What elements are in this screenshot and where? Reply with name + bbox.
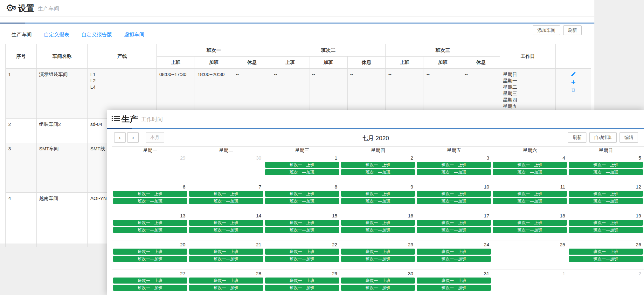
calendar-day-cell[interactable]: 17班次一—上班班次一—加班 (416, 212, 492, 241)
shift-event[interactable]: 班次一—加班 (113, 285, 187, 291)
shift-event[interactable]: 班次一—上班 (113, 191, 187, 197)
shift-event[interactable]: 班次一—加班 (417, 285, 491, 291)
calendar-day-cell[interactable]: 7班次一—上班班次一—加班 (188, 183, 264, 212)
calendar-day-cell[interactable]: 18班次一—上班班次一—加班 (492, 212, 568, 241)
shift-event[interactable]: 班次一—加班 (265, 256, 339, 262)
shift-event[interactable]: 班次一—加班 (189, 198, 263, 204)
shift-event[interactable]: 班次一—加班 (189, 227, 263, 233)
shift-event[interactable]: 班次一—上班 (493, 220, 567, 226)
shift-event[interactable]: 班次一—上班 (417, 191, 491, 197)
shift-event[interactable]: 班次一—上班 (569, 191, 643, 197)
calendar-day-cell[interactable]: 8班次一—上班班次一—加班 (264, 183, 340, 212)
shift-event[interactable]: 班次一—上班 (417, 249, 491, 255)
shift-event[interactable]: 班次一—上班 (265, 249, 339, 255)
shift-event[interactable]: 班次一—上班 (569, 220, 643, 226)
calendar-day-cell[interactable]: 12班次一—上班班次一—加班 (568, 183, 644, 212)
shift-event[interactable]: 班次一—加班 (417, 169, 491, 175)
shift-event[interactable]: 班次一—上班 (341, 220, 415, 226)
shift-event[interactable]: 班次一—上班 (417, 220, 491, 226)
shift-event[interactable]: 班次一—上班 (113, 220, 187, 226)
shift-event[interactable]: 班次一—加班 (341, 169, 415, 175)
calendar-day-cell[interactable]: 28班次一—上班班次一—加班 (188, 270, 264, 295)
shift-event[interactable]: 班次一—加班 (569, 169, 643, 175)
shift-event[interactable]: 班次一—上班 (189, 191, 263, 197)
calendar-day-cell[interactable]: 25 (492, 241, 568, 270)
shift-event[interactable]: 班次一—加班 (189, 285, 263, 291)
refresh-workshops-button[interactable]: 刷新 (563, 25, 582, 35)
tab-production-workshop[interactable]: 生产车间 (11, 31, 32, 38)
shift-event[interactable]: 班次一—上班 (113, 249, 187, 255)
calendar-day-cell[interactable]: 15班次一—上班班次一—加班 (264, 212, 340, 241)
calendar-day-cell[interactable]: 11班次一—上班班次一—加班 (492, 183, 568, 212)
calendar-day-cell[interactable]: 27班次一—上班班次一—加班 (112, 270, 188, 295)
shift-event[interactable]: 班次一—加班 (341, 256, 415, 262)
shift-event[interactable]: 班次一—加班 (341, 198, 415, 204)
calendar-day-cell[interactable]: 31班次一—上班班次一—加班 (416, 270, 492, 295)
delete-workshop-icon[interactable] (570, 87, 577, 93)
calendar-day-cell[interactable]: 2班次一—上班班次一—加班 (340, 154, 416, 183)
shift-event[interactable]: 班次一—加班 (493, 198, 567, 204)
shift-event[interactable]: 班次一—上班 (341, 191, 415, 197)
auto-schedule-button[interactable]: 自动排班 (589, 132, 617, 143)
shift-event[interactable]: 班次一—上班 (189, 249, 263, 255)
calendar-day-cell[interactable]: 9班次一—上班班次一—加班 (340, 183, 416, 212)
calendar-day-cell[interactable]: 29班次一—上班班次一—加班 (264, 270, 340, 295)
shift-event[interactable]: 班次一—加班 (341, 227, 415, 233)
calendar-day-cell[interactable]: 30班次一—上班班次一—加班 (340, 270, 416, 295)
shift-event[interactable]: 班次一—上班 (113, 278, 187, 284)
shift-event[interactable]: 班次一—上班 (341, 162, 415, 168)
shift-event[interactable]: 班次一—加班 (113, 256, 187, 262)
shift-event[interactable]: 班次一—加班 (417, 198, 491, 204)
shift-event[interactable]: 班次一—加班 (417, 227, 491, 233)
shift-event[interactable]: 班次一—加班 (265, 227, 339, 233)
calendar-day-cell[interactable]: 3班次一—上班班次一—加班 (416, 154, 492, 183)
calendar-day-cell[interactable]: 26班次一—上班班次一—加班 (568, 241, 644, 270)
calendar-day-cell[interactable]: 22班次一—上班班次一—加班 (264, 241, 340, 270)
calendar-day-cell[interactable]: 30 (188, 154, 264, 183)
calendar-day-cell[interactable]: 16班次一—上班班次一—加班 (340, 212, 416, 241)
shift-event[interactable]: 班次一—加班 (493, 169, 567, 175)
edit-schedule-button[interactable]: 编辑 (620, 132, 638, 143)
shift-event[interactable]: 班次一—上班 (341, 278, 415, 284)
shift-event[interactable]: 班次一—上班 (265, 220, 339, 226)
calendar-day-cell[interactable]: 6班次一—上班班次一—加班 (112, 183, 188, 212)
calendar-day-cell[interactable]: 10班次一—上班班次一—加班 (416, 183, 492, 212)
shift-event[interactable]: 班次一—上班 (569, 162, 643, 168)
edit-workshop-icon[interactable] (570, 71, 577, 78)
shift-event[interactable]: 班次一—加班 (569, 198, 643, 204)
calendar-day-cell[interactable]: 14班次一—上班班次一—加班 (188, 212, 264, 241)
add-workshop-button[interactable]: 添加车间 (533, 25, 560, 35)
calendar-day-cell[interactable]: 13班次一—上班班次一—加班 (112, 212, 188, 241)
shift-event[interactable]: 班次一—加班 (113, 227, 187, 233)
shift-event[interactable]: 班次一—上班 (189, 278, 263, 284)
shift-event[interactable]: 班次一—上班 (417, 278, 491, 284)
calendar-day-cell[interactable]: 4班次一—上班班次一—加班 (492, 154, 568, 183)
shift-event[interactable]: 班次一—上班 (493, 162, 567, 168)
calendar-day-cell[interactable]: 20班次一—上班班次一—加班 (112, 241, 188, 270)
shift-event[interactable]: 班次一—上班 (265, 162, 339, 168)
shift-event[interactable]: 班次一—上班 (189, 220, 263, 226)
calendar-day-cell[interactable]: 1 (492, 270, 568, 295)
calendar-day-cell[interactable]: 23班次一—上班班次一—加班 (340, 241, 416, 270)
shift-event[interactable]: 班次一—上班 (493, 191, 567, 197)
shift-event[interactable]: 班次一—加班 (265, 169, 339, 175)
shift-event[interactable]: 班次一—加班 (569, 227, 643, 233)
calendar-day-cell[interactable]: 5班次一—上班班次一—加班 (568, 154, 644, 183)
calendar-day-cell[interactable]: 29 (112, 154, 188, 183)
calendar-day-cell[interactable]: 1班次一—上班班次一—加班 (264, 154, 340, 183)
calendar-day-cell[interactable]: 21班次一—上班班次一—加班 (188, 241, 264, 270)
tab-custom-report-board[interactable]: 自定义报告版 (81, 31, 112, 38)
shift-event[interactable]: 班次一—上班 (265, 278, 339, 284)
tab-virtual-workshop[interactable]: 虚拟车间 (124, 31, 144, 38)
shift-event[interactable]: 班次一—加班 (569, 256, 643, 262)
add-shift-icon[interactable]: ＋ (570, 79, 577, 86)
shift-event[interactable]: 班次一—上班 (341, 249, 415, 255)
shift-event[interactable]: 班次一—加班 (341, 285, 415, 291)
calendar-day-cell[interactable]: 24班次一—上班班次一—加班 (416, 241, 492, 270)
calendar-day-cell[interactable]: 19班次一—上班班次一—加班 (568, 212, 644, 241)
shift-event[interactable]: 班次一—加班 (493, 227, 567, 233)
tab-custom-report[interactable]: 自定义报表 (44, 31, 69, 38)
shift-event[interactable]: 班次一—加班 (265, 285, 339, 291)
shift-event[interactable]: 班次一—上班 (569, 249, 643, 255)
shift-event[interactable]: 班次一—加班 (113, 198, 187, 204)
